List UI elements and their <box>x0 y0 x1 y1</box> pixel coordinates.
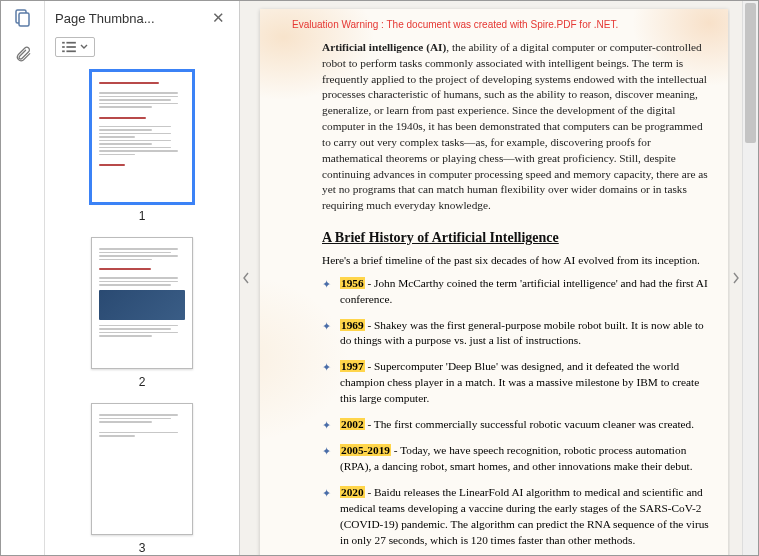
thumbnail-item[interactable]: 1 <box>45 71 239 223</box>
timeline-item: ✦1969 - Shakey was the first general-pur… <box>322 318 710 350</box>
svg-rect-3 <box>66 42 75 44</box>
evaluation-warning: Evaluation Warning : The document was cr… <box>292 19 710 30</box>
timeline-item: ✦2005-2019 - Today, we have speech recog… <box>322 443 710 475</box>
thumbnail-options-button[interactable] <box>55 37 95 57</box>
document-viewport[interactable]: Evaluation Warning : The document was cr… <box>252 1 730 555</box>
thumbnail-number: 3 <box>139 541 146 555</box>
list-icon <box>62 41 76 53</box>
thumbnail-item[interactable]: 3 <box>45 403 239 555</box>
svg-rect-1 <box>19 13 29 26</box>
thumbnail-number: 2 <box>139 375 146 389</box>
app-root: Page Thumbna... ✕ 1 <box>0 0 759 556</box>
attachments-icon[interactable] <box>12 43 34 65</box>
thumbnail-page-3[interactable] <box>91 403 193 535</box>
scrollbar-thumb[interactable] <box>745 3 756 143</box>
timeline-item: ✦2002 - The first commercially successfu… <box>322 417 710 434</box>
svg-rect-2 <box>62 42 65 44</box>
thumbnails-icon[interactable] <box>12 7 34 29</box>
thumbnails-list[interactable]: 1 2 3 <box>45 65 239 555</box>
intro-paragraph: Artificial intelligence (AI), the abilit… <box>322 40 710 214</box>
bullet-icon: ✦ <box>322 486 332 548</box>
timeline-item: ✦1956 - John McCarthy coined the term 'a… <box>322 276 710 308</box>
chevron-down-icon <box>80 44 88 50</box>
thumbnail-page-2[interactable] <box>91 237 193 369</box>
panel-title: Page Thumbna... <box>55 11 155 26</box>
bullet-icon: ✦ <box>322 418 332 434</box>
bullet-icon: ✦ <box>322 319 332 350</box>
sidebar-rail <box>1 1 45 555</box>
timeline-item: ✦2020 - Baidu releases the LinearFold AI… <box>322 485 710 548</box>
thumbnail-number: 1 <box>139 209 146 223</box>
section-heading-history: A Brief History of Artificial Intelligen… <box>322 230 710 246</box>
svg-rect-4 <box>62 46 65 48</box>
timeline-item: ✦1997 - Supercomputer 'Deep Blue' was de… <box>322 359 710 406</box>
bullet-icon: ✦ <box>322 444 332 475</box>
svg-rect-7 <box>66 50 75 52</box>
document-area: Evaluation Warning : The document was cr… <box>240 1 758 555</box>
thumbnail-item[interactable]: 2 <box>45 237 239 389</box>
panel-toolbar <box>45 33 239 65</box>
thumbnails-panel: Page Thumbna... ✕ 1 <box>45 1 240 555</box>
vertical-scrollbar[interactable] <box>742 1 758 555</box>
close-panel-button[interactable]: ✕ <box>208 9 229 27</box>
section-intro: Here's a brief timeline of the past six … <box>322 254 710 266</box>
document-page: Evaluation Warning : The document was cr… <box>260 9 728 555</box>
collapse-right-handle[interactable] <box>730 1 742 555</box>
thumbnail-page-1[interactable] <box>91 71 193 203</box>
collapse-left-handle[interactable] <box>240 1 252 555</box>
bullet-icon: ✦ <box>322 277 332 308</box>
bullet-icon: ✦ <box>322 360 332 406</box>
panel-header: Page Thumbna... ✕ <box>45 1 239 33</box>
svg-rect-5 <box>66 46 75 48</box>
svg-rect-6 <box>62 50 65 52</box>
